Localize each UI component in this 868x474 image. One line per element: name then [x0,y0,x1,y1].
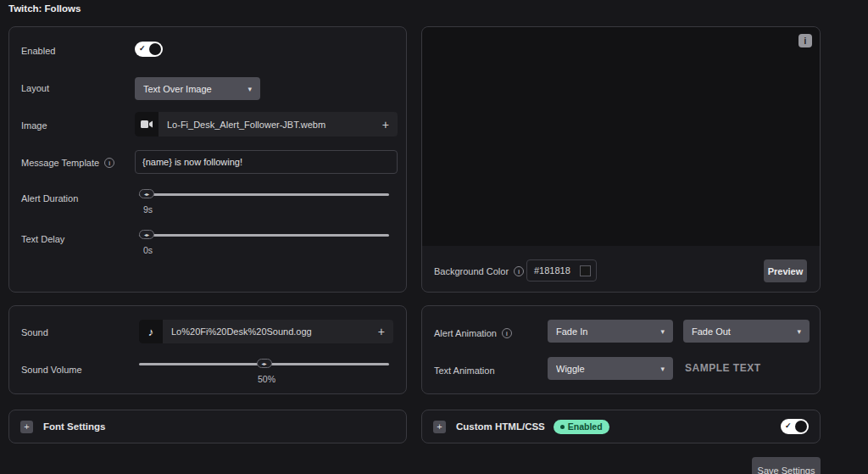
slider-track[interactable] [139,193,389,196]
page-title: Twitch: Follows [8,3,81,14]
message-template-input[interactable] [135,150,398,174]
chevron-down-icon: ▾ [660,365,665,373]
badge-dot [560,425,565,429]
slider-arrows-icon: ◂▸ [261,361,266,366]
background-color-input[interactable]: #181818 [526,259,597,282]
save-settings-button[interactable]: Save Settings [752,457,821,474]
slider-handle[interactable]: ◂▸ [257,359,272,368]
expand-icon[interactable]: + [433,421,446,433]
custom-html-accordion[interactable]: + Custom HTML/CSS Enabled ✓ [421,410,821,443]
custom-html-label: Custom HTML/CSS [456,421,545,432]
animation-out-value: Fade Out [692,326,790,337]
image-file-input[interactable]: Lo-Fi_Desk_Alert_Follower-JBT.webm + [135,112,398,137]
chevron-down-icon: ▾ [797,327,801,336]
alert-animation-label-text: Alert Animation [434,328,497,338]
animation-in-dropdown[interactable]: Fade In ▾ [548,320,673,343]
slider-handle[interactable]: ◂▸ [139,189,154,198]
layout-dropdown[interactable]: Text Over Image ▾ [135,77,260,100]
alert-animation-label: Alert Animation i [434,328,512,338]
enabled-label: Enabled [21,46,55,56]
music-note-icon: ♪ [139,320,163,343]
video-icon [135,112,159,137]
sound-add-button[interactable]: + [370,325,393,338]
expand-icon[interactable]: + [20,421,33,433]
badge-label: Enabled [568,421,603,432]
image-label: Image [21,120,47,131]
text-delay-slider[interactable]: ◂▸ [139,230,389,240]
check-icon: ✓ [785,422,792,430]
image-file-name: Lo-Fi_Desk_Alert_Follower-JBT.webm [167,120,326,130]
message-template-label: Message Template i [21,158,114,168]
alert-duration-label: Alert Duration [21,193,78,204]
sample-text-preview: SAMPLE TEXT [685,362,761,374]
text-delay-value: 0s [143,245,153,255]
enabled-toggle[interactable]: ✓ [135,42,163,57]
toggle-knob [149,43,161,55]
text-animation-label: Text Animation [434,365,495,376]
preview-button[interactable]: Preview [764,259,807,282]
alert-preview-area: i [422,27,820,246]
custom-html-toggle[interactable]: ✓ [781,419,809,434]
alert-settings-page: Twitch: Follows Enabled ✓ Layout Text Ov… [0,0,868,474]
color-swatch[interactable] [580,265,591,276]
alert-settings-card: Enabled ✓ Layout Text Over Image ▾ Image… [8,26,407,293]
sound-volume-slider[interactable]: ◂▸ [139,359,389,369]
alert-duration-slider[interactable]: ◂▸ [139,189,389,199]
background-color-label-text: Background Color [434,266,509,276]
background-color-label: Background Color i [434,266,524,276]
layout-dropdown-value: Text Over Image [143,84,241,94]
enabled-status-badge: Enabled [554,420,609,434]
sound-volume-value: 50% [258,374,275,384]
info-icon[interactable]: i [514,266,524,276]
info-icon[interactable]: i [104,158,114,168]
slider-handle[interactable]: ◂▸ [139,230,154,239]
animation-card: Alert Animation i Fade In ▾ Fade Out ▾ T… [421,305,821,394]
sound-file-input[interactable]: ♪ Lo%20Fi%20Desk%20Sound.ogg + [139,320,393,343]
info-icon[interactable]: i [502,328,512,338]
sound-file-name: Lo%20Fi%20Desk%20Sound.ogg [171,326,312,337]
animation-in-value: Fade In [556,326,654,337]
image-add-button[interactable]: + [374,118,398,131]
text-animation-dropdown[interactable]: Wiggle ▾ [548,357,673,380]
check-icon: ✓ [139,45,146,53]
toggle-knob [795,421,807,432]
sound-volume-label: Sound Volume [21,365,82,375]
slider-arrows-icon: ◂▸ [144,232,149,237]
message-template-label-text: Message Template [21,158,99,168]
font-settings-accordion[interactable]: + Font Settings [8,410,407,443]
preview-card: i Background Color i #181818 Preview [421,26,821,293]
animation-out-dropdown[interactable]: Fade Out ▾ [683,320,810,343]
text-delay-label: Text Delay [21,234,64,244]
text-animation-value: Wiggle [556,364,654,374]
slider-track[interactable] [139,234,389,237]
slider-arrows-icon: ◂▸ [144,192,149,197]
font-settings-label: Font Settings [43,421,105,432]
background-color-value: #181818 [534,265,580,276]
chevron-down-icon: ▾ [248,85,252,93]
info-icon[interactable]: i [798,34,812,47]
sound-label: Sound [21,327,48,337]
layout-label: Layout [21,83,49,93]
sound-card: Sound ♪ Lo%20Fi%20Desk%20Sound.ogg + Sou… [8,305,407,394]
alert-duration-value: 9s [143,204,153,215]
chevron-down-icon: ▾ [660,327,665,336]
